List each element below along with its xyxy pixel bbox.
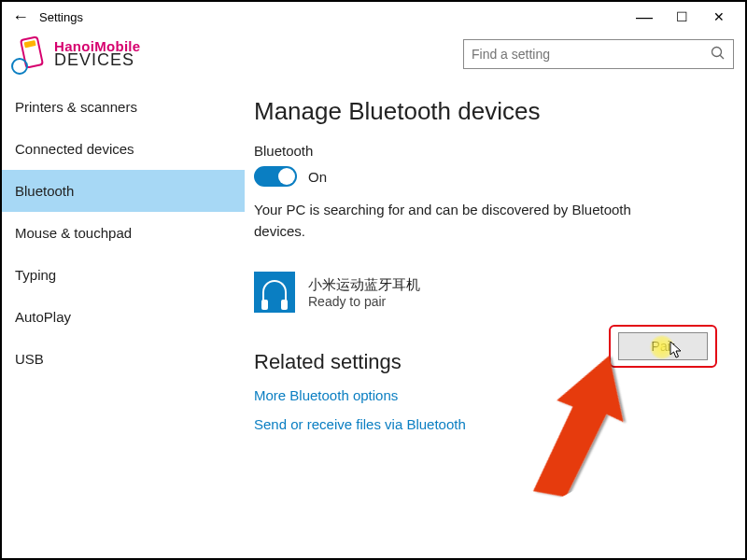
sidebar-item-bluetooth[interactable]: Bluetooth xyxy=(2,170,245,212)
minimize-button[interactable]: — xyxy=(626,4,663,30)
back-button[interactable]: ← xyxy=(9,7,32,27)
sidebar-item-connected-devices[interactable]: Connected devices xyxy=(2,128,245,170)
maximize-button[interactable]: ☐ xyxy=(663,4,700,30)
logo-block: HanoiMobile DEVICES xyxy=(13,35,140,73)
pair-button-label: Pair xyxy=(652,339,675,354)
sidebar-item-printers-scanners[interactable]: Printers & scanners xyxy=(2,86,245,128)
sidebar-item-usb[interactable]: USB xyxy=(2,338,245,380)
brand-logo-icon xyxy=(13,35,50,73)
svg-line-1 xyxy=(720,55,724,59)
pair-button[interactable]: Pair xyxy=(618,332,708,360)
bluetooth-label: Bluetooth xyxy=(254,143,719,159)
annotation-highlight-box: Pair xyxy=(609,325,717,368)
page-title: Manage Bluetooth devices xyxy=(254,97,719,126)
sidebar-item-typing[interactable]: Typing xyxy=(2,254,245,296)
window-title: Settings xyxy=(39,10,83,24)
bluetooth-status-text: Your PC is searching for and can be disc… xyxy=(254,200,646,242)
device-status: Ready to pair xyxy=(308,294,420,309)
search-icon xyxy=(711,46,726,63)
search-box[interactable] xyxy=(463,39,734,69)
titlebar: ← Settings — ☐ ✕ xyxy=(2,2,745,32)
header-row: HanoiMobile DEVICES xyxy=(2,32,745,82)
device-row[interactable]: 小米运动蓝牙耳机 Ready to pair xyxy=(254,272,719,313)
link-send-receive-files[interactable]: Send or receive files via Bluetooth xyxy=(254,416,719,432)
svg-point-0 xyxy=(712,47,722,56)
search-input[interactable] xyxy=(472,47,711,62)
bluetooth-toggle-state: On xyxy=(308,169,327,185)
link-more-bluetooth-options[interactable]: More Bluetooth options xyxy=(254,387,719,403)
page-heading: DEVICES xyxy=(54,50,140,70)
close-button[interactable]: ✕ xyxy=(700,4,738,30)
sidebar: Printers & scanners Connected devices Bl… xyxy=(2,82,245,558)
sidebar-item-autoplay[interactable]: AutoPlay xyxy=(2,296,245,338)
headset-icon xyxy=(254,272,295,313)
device-name: 小米运动蓝牙耳机 xyxy=(308,276,420,294)
main-panel: Manage Bluetooth devices Bluetooth On Yo… xyxy=(245,82,745,558)
bluetooth-toggle[interactable] xyxy=(254,166,297,187)
sidebar-item-mouse-touchpad[interactable]: Mouse & touchpad xyxy=(2,212,245,254)
